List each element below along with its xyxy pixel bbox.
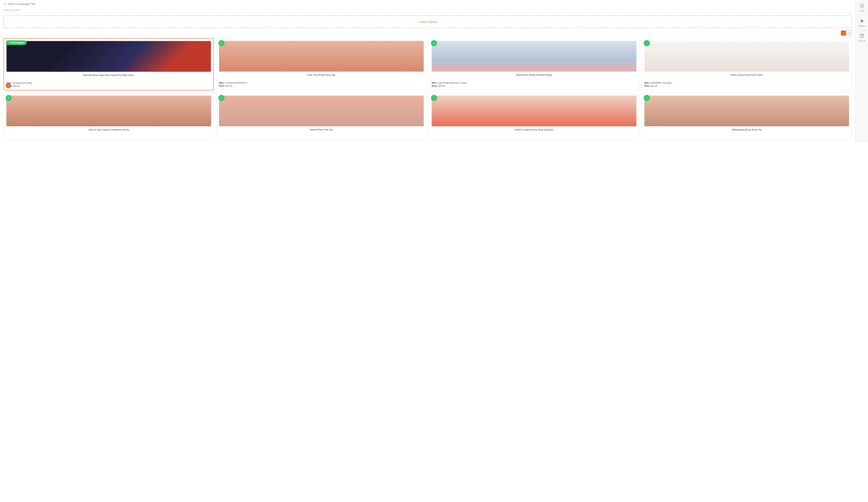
- tag-icon: 🏷: [3, 2, 7, 6]
- svg-marker-1: [860, 19, 864, 23]
- product-name-4: What a Rock Rose Gold Clutch: [644, 73, 849, 80]
- up-arrow-icon: ↑: [220, 42, 222, 45]
- product-card-6: ↑Selene Rose Pink Tee: [216, 93, 426, 139]
- page-1-button[interactable]: 1: [841, 31, 846, 35]
- products-icon: [860, 34, 864, 39]
- up-arrow-icon: ↑: [220, 96, 222, 100]
- product-name-6: Selene Rose Pink Tee: [219, 128, 424, 135]
- up-arrow-button-5[interactable]: ↑: [6, 95, 12, 101]
- up-arrow-icon: ↑: [433, 42, 435, 45]
- product-card-3: ↑Shyla Rose Suede Pointed PumpsSKU: Cape…: [429, 38, 639, 90]
- search-row: Search for rose: [3, 7, 852, 13]
- product-card-5: ↑Olive & Oak Canyon Companion Rusty: [3, 93, 214, 139]
- pagination-row: 1 2: [0, 31, 855, 38]
- product-card-1: ↑IntelliSuggestFeel the Music Navy Blue …: [3, 38, 214, 90]
- product-name-5: Olive & Oak Canyon Companion Rusty: [6, 128, 211, 135]
- product-image-3: [432, 41, 637, 72]
- sidebar-item-triggers[interactable]: Triggers: [856, 17, 868, 29]
- sidebar-divider-1: [857, 15, 867, 15]
- arrow-up-icon: ↑: [8, 41, 9, 44]
- banner-area[interactable]: + Add a Banner: [3, 15, 852, 28]
- sidebar-item-products[interactable]: Products: [856, 32, 868, 44]
- add-banner-button[interactable]: + Add a Banner: [418, 20, 437, 24]
- product-image-5: [6, 96, 211, 126]
- up-arrow-icon: ↑: [646, 42, 648, 45]
- product-card-7: ↑Heart's Content Rusty Rose Bodycon: [429, 93, 639, 139]
- search-label: Search for rose: [3, 9, 20, 11]
- add-banner-label: Add a Banner: [421, 20, 437, 23]
- product-image-8: [644, 96, 849, 126]
- header: 🏷 Search for rose: [0, 0, 855, 13]
- up-arrow-button-8[interactable]: ↑: [644, 95, 650, 101]
- remove-button-1[interactable]: ✕: [6, 83, 11, 88]
- product-price-2: Price: $29.00: [219, 85, 424, 87]
- product-sku-2: SKU: TLR20236 MARSHALA: [219, 82, 424, 84]
- campaign-title-input[interactable]: [8, 2, 62, 6]
- product-name-2: Free Time Rusty Rose Top: [219, 73, 424, 80]
- sidebar-item-save[interactable]: Save: [856, 2, 868, 14]
- main-area: 🏷 Search for rose + Add a Banner 1 2 ↑In…: [0, 0, 855, 143]
- up-arrow-button-4[interactable]: ↑: [644, 40, 650, 46]
- product-card-8: ↑Safekeeping Rusty Rose Top: [642, 93, 852, 139]
- triggers-icon: [860, 19, 864, 24]
- save-label: Save: [859, 10, 864, 12]
- remove-icon: ✕: [7, 84, 10, 87]
- product-sku-4: SKU: HD2699RG: rose gold: [644, 82, 849, 84]
- product-name-7: Heart's Content Rusty Rose Bodycon: [432, 128, 637, 135]
- up-arrow-button-6[interactable]: ↑: [218, 95, 225, 101]
- product-sku-3: SKU: Cape Robbin Beronica 1 Rose: [432, 82, 637, 84]
- product-image-2: [219, 41, 424, 72]
- page-2-button[interactable]: 2: [847, 31, 852, 35]
- campaign-title-row: 🏷: [3, 2, 852, 7]
- product-name-1: Feel the Music Navy Blue Floral Print Ma…: [7, 74, 211, 80]
- product-grid: ↑IntelliSuggestFeel the Music Navy Blue …: [0, 38, 855, 143]
- intelli-suggest-badge[interactable]: ↑IntelliSuggest: [6, 40, 27, 45]
- product-card-2: ↑Free Time Rusty Rose TopSKU: TLR20236 M…: [216, 38, 426, 90]
- product-image-1: [7, 41, 211, 72]
- product-name-3: Shyla Rose Suede Pointed Pumps: [432, 73, 637, 80]
- product-price-1: Price: $89.00: [7, 85, 211, 87]
- product-sku-1: SKU: 43745NAVYFLORAL: [7, 82, 211, 84]
- up-arrow-icon: ↑: [646, 96, 648, 100]
- save-icon: [860, 3, 864, 9]
- up-arrow-button-2[interactable]: ↑: [218, 40, 225, 46]
- up-arrow-icon: ↑: [433, 96, 435, 100]
- up-arrow-button-7[interactable]: ↑: [431, 95, 437, 101]
- plus-icon: +: [418, 20, 420, 24]
- triggers-label: Triggers: [858, 25, 866, 27]
- product-price-4: Price: $31.00: [644, 85, 849, 87]
- up-arrow-icon: ↑: [8, 96, 10, 100]
- product-image-6: [219, 96, 424, 126]
- products-label: Products: [858, 40, 866, 42]
- product-image-4: [644, 41, 849, 72]
- product-image-7: [432, 96, 637, 126]
- product-price-3: Price: $33.00: [432, 85, 637, 87]
- product-card-4: ↑What a Rock Rose Gold ClutchSKU: HD2699…: [642, 38, 852, 90]
- right-sidebar: Save Triggers Products: [855, 0, 868, 143]
- intelli-label: IntelliSuggest: [10, 41, 24, 44]
- product-name-8: Safekeeping Rusty Rose Top: [644, 128, 849, 135]
- up-arrow-button-3[interactable]: ↑: [431, 40, 437, 46]
